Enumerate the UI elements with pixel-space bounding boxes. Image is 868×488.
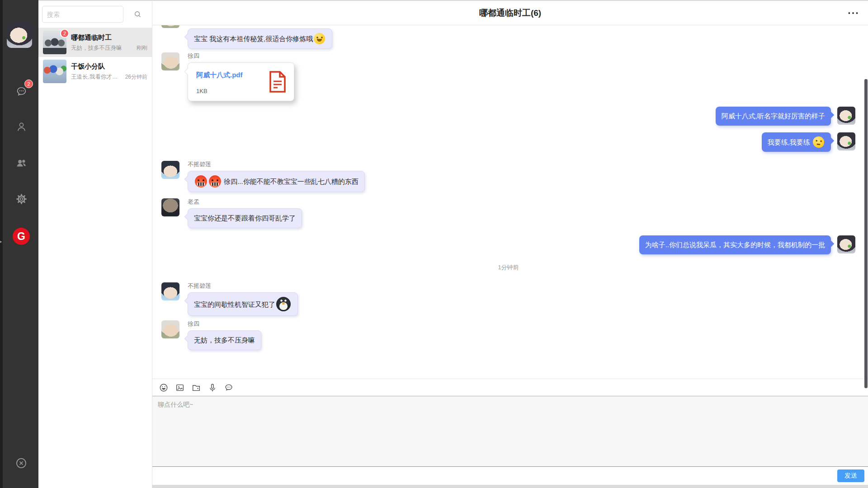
person-icon	[15, 121, 28, 133]
send-row: 发送	[152, 467, 868, 485]
message-row: 不摇碧莲 徐四...你能不能不教宝宝一些乱七八糟的东西	[161, 161, 855, 192]
time-divider: 1分钟前	[161, 263, 855, 272]
message-bubble: 阿威十八式,听名字就好厉害的样子	[716, 107, 831, 126]
send-image-icon[interactable]	[175, 382, 185, 393]
app-rail: 2 G ▸	[0, 0, 38, 488]
avatar-laomeng[interactable]	[161, 198, 179, 216]
message-bubble: 宝宝的间歇性机智证又犯了	[188, 292, 298, 316]
group-people-icon	[15, 157, 28, 169]
file-size: 1KB	[196, 88, 243, 94]
chat-list-item[interactable]: 2 哪都通临时工 无妨，技多不压身嘛 刚刚	[38, 28, 152, 57]
window-bottom-edge	[152, 485, 868, 488]
user-avatar[interactable]	[7, 23, 32, 48]
avatar-xusi[interactable]	[161, 25, 179, 28]
chat-title: 哪都通临时工(6)	[479, 7, 541, 19]
message-bubble: 宝宝 我这有本祖传秘笈,很适合你修炼哦	[188, 28, 332, 49]
chat-item-title: 哪都通临时工	[71, 33, 147, 42]
panel-collapse-arrow[interactable]: ▸	[0, 239, 2, 244]
sender-name: 不摇碧莲	[188, 282, 298, 290]
chat-item-info: 干饭小分队 王道长,我看你才… 26分钟前	[71, 62, 147, 81]
search-icon[interactable]	[131, 8, 144, 21]
avatar-xusi[interactable]	[161, 52, 179, 70]
chat-history-icon[interactable]	[223, 382, 234, 393]
message-row: 老孟宝宝你还是不要跟着你四哥乱学了	[161, 198, 855, 228]
groups-nav-icon[interactable]	[14, 155, 29, 170]
message-row: 为啥子..你们总说我呆瓜，其实大多的时候，我都机制的一批	[161, 235, 855, 254]
message-row: 宝宝 我这有本祖传秘笈,很适合你修炼哦	[161, 28, 855, 49]
chat-item-last-message: 王道长,我看你才…	[71, 73, 123, 81]
avatar-bilian[interactable]	[161, 161, 179, 179]
message-row: 不摇碧莲宝宝的间歇性机智证又犯了	[161, 282, 855, 316]
group-avatar	[43, 60, 66, 83]
rage-emoji	[209, 175, 221, 188]
settings-gear-icon[interactable]	[14, 191, 29, 206]
chat-item-time: 刚刚	[137, 44, 147, 52]
composer-toolbar	[152, 379, 868, 396]
chat-window: 哪都通临时工(6) 宝宝 我这有本祖传秘笈,很适合你修炼哦徐四阿威十八式.pdf…	[152, 0, 868, 488]
chat-list-panel: 2 哪都通临时工 无妨，技多不压身嘛 刚刚 干饭小分队 王道长,我看你才… 26…	[38, 0, 152, 488]
voice-message-icon[interactable]	[207, 382, 218, 393]
avatar-bilian[interactable]	[161, 282, 179, 300]
sender-name: 不摇碧莲	[188, 161, 365, 168]
more-menu-icon[interactable]	[846, 7, 860, 19]
sender-name: 徐四	[188, 320, 261, 328]
pdf-file-icon	[269, 71, 287, 94]
message-bubble: 无妨，技多不压身嘛	[188, 330, 261, 350]
file-name[interactable]: 阿威十八式.pdf	[196, 71, 243, 80]
file-message-card[interactable]: 阿威十八式.pdf1KB	[188, 62, 294, 101]
sender-name: 老孟	[188, 198, 302, 206]
emoji-picker-icon[interactable]	[158, 382, 169, 393]
search-row	[38, 1, 152, 28]
hug-emoji	[314, 33, 325, 44]
message-row: 阿威十八式,听名字就好厉害的样子	[161, 107, 855, 126]
melt-emoji	[812, 136, 825, 148]
unread-badge: 2	[24, 80, 33, 88]
chat-item-title: 干饭小分队	[71, 62, 147, 71]
avatar-user[interactable]	[837, 107, 855, 125]
message-input[interactable]	[152, 396, 868, 467]
message-bubble: 我要练,我要练	[762, 132, 831, 152]
avatar-user[interactable]	[837, 235, 855, 253]
message-list: 宝宝 我这有本祖传秘笈,很适合你修炼哦徐四阿威十八式.pdf1KB阿威十八式,听…	[152, 25, 868, 379]
chat-header: 哪都通临时工(6)	[152, 1, 868, 25]
scrollbar-thumb[interactable]	[864, 79, 868, 388]
chats-nav-icon[interactable]: 2	[14, 84, 29, 99]
app-logo-g[interactable]: G	[13, 228, 30, 245]
penguin-emoji	[276, 297, 291, 311]
close-button[interactable]	[14, 455, 29, 471]
message-bubble: 徐四...你能不能不教宝宝一些乱七八糟的东西	[188, 171, 365, 192]
message-row: 徐四阿威十八式.pdf1KB	[161, 52, 855, 101]
send-button[interactable]: 发送	[837, 469, 864, 482]
unread-badge: 2	[60, 29, 69, 38]
sender-name: 徐四	[188, 52, 294, 60]
chat-item-last-message: 无妨，技多不压身嘛	[71, 44, 134, 52]
gear-icon	[15, 193, 28, 205]
contacts-nav-icon[interactable]	[14, 119, 29, 134]
message-bubble: 宝宝你还是不要跟着你四哥乱学了	[188, 208, 302, 228]
chat-list-item[interactable]: 干饭小分队 王道长,我看你才… 26分钟前	[38, 57, 152, 86]
message-row: 我要练,我要练	[161, 132, 855, 152]
message-row: 徐四无妨，技多不压身嘛	[161, 320, 855, 350]
message-bubble: 为啥子..你们总说我呆瓜，其实大多的时候，我都机制的一批	[639, 235, 831, 254]
send-file-folder-icon[interactable]	[191, 382, 202, 393]
chat-item-time: 26分钟前	[125, 73, 147, 81]
avatar-user[interactable]	[837, 132, 855, 150]
chat-item-info: 哪都通临时工 无妨，技多不压身嘛 刚刚	[71, 33, 147, 52]
rage-emoji	[195, 175, 207, 188]
close-icon	[15, 457, 28, 469]
composer: 发送	[152, 379, 868, 488]
search-input[interactable]	[42, 6, 123, 23]
avatar-xusi[interactable]	[161, 320, 179, 338]
